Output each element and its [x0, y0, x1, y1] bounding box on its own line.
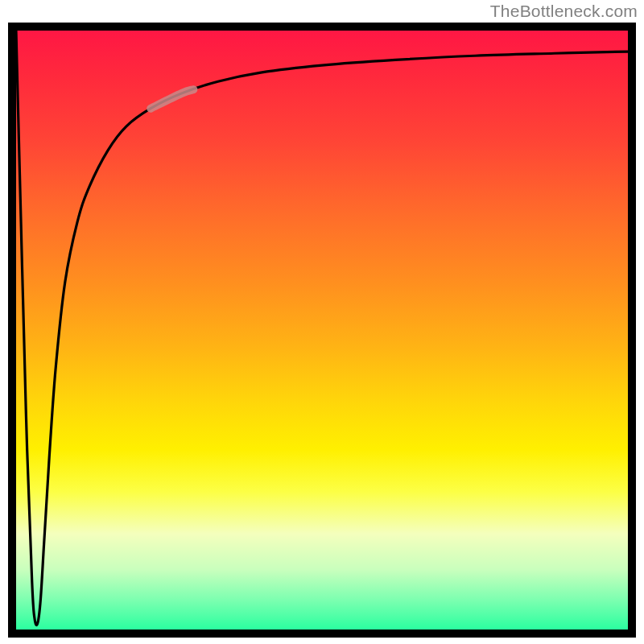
chart-container: TheBottleneck.com	[0, 0, 644, 644]
attribution-label: TheBottleneck.com	[490, 2, 638, 21]
frame-border-right	[628, 23, 636, 638]
frame-border-left	[8, 23, 16, 638]
frame-border-top	[8, 23, 636, 31]
plot-frame	[8, 23, 636, 638]
frame-border-bottom	[8, 630, 636, 638]
